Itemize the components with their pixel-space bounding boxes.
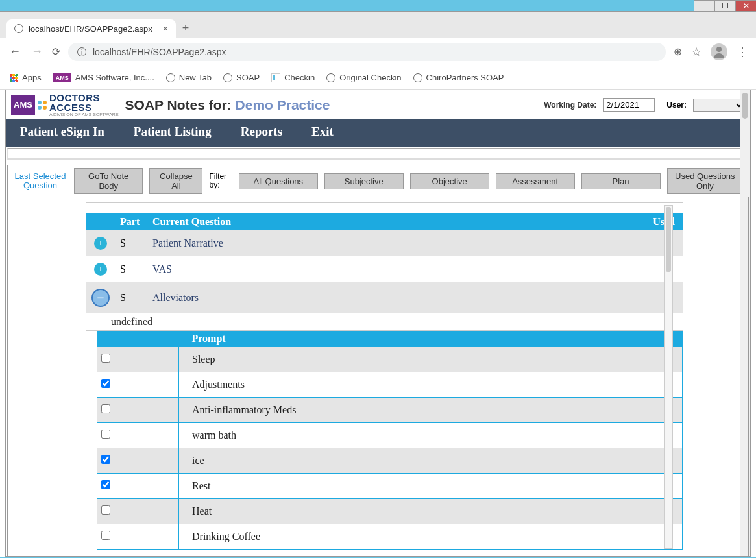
forward-button[interactable]: → — [30, 45, 44, 58]
globe-icon — [326, 73, 335, 82]
prompt-checkbox[interactable] — [101, 404, 110, 413]
col-current-question-header: Current Question — [147, 213, 531, 230]
user-label: User: — [666, 101, 687, 110]
collapse-icon[interactable]: − — [91, 289, 110, 307]
prompt-row: ice — [97, 448, 683, 474]
nav-reports[interactable]: Reports — [226, 119, 297, 147]
prompt-checkbox[interactable] — [101, 480, 110, 489]
bookmark-original-checkin[interactable]: Original Checkin — [326, 73, 401, 82]
prompt-checkbox[interactable] — [101, 354, 110, 363]
checkin-icon — [271, 73, 280, 82]
question-part: S — [115, 282, 147, 313]
nav-patient-listing[interactable]: Patient Listing — [119, 119, 226, 147]
question-row[interactable]: −SAlleviators — [86, 282, 683, 313]
bookmark-chiro[interactable]: ChiroPartners SOAP — [413, 73, 504, 82]
expand-icon[interactable]: + — [94, 263, 107, 276]
filter-all-questions-button[interactable]: All Questions — [239, 173, 318, 189]
questions-header-row: Part Current Question Used — [86, 213, 683, 230]
minimize-button[interactable]: — — [694, 0, 714, 12]
last-selected-question-link[interactable]: Last Selected Question — [13, 172, 67, 191]
col-prompt-header: Prompt — [188, 331, 683, 347]
prompt-row: Adjustments — [97, 372, 683, 398]
apps-button[interactable]: Apps — [9, 73, 42, 82]
menu-icon[interactable]: ⋮ — [737, 45, 748, 59]
reload-button[interactable]: ⟳ — [52, 45, 60, 58]
address-bar[interactable]: i localhost/EHR/SOAPPage2.aspx — [68, 43, 666, 61]
question-row[interactable]: +SPatient Narrative — [86, 230, 683, 256]
main-nav: Patient eSign In Patient Listing Reports… — [6, 119, 750, 147]
question-part: S — [115, 256, 147, 282]
question-text: Patient Narrative — [147, 230, 531, 256]
prompt-checkbox[interactable] — [101, 505, 110, 515]
undefined-label: undefined — [86, 313, 683, 331]
used-questions-only-button[interactable]: Used Questions Only — [667, 168, 744, 194]
user-select[interactable] — [693, 99, 745, 112]
prompt-label: Drinking Coffee — [188, 524, 683, 550]
apps-grid-icon — [9, 73, 18, 82]
working-date-input[interactable] — [603, 98, 655, 112]
divider-strip — [7, 148, 749, 160]
tab-close-icon[interactable]: × — [163, 23, 168, 34]
page-title: SOAP Notes for: Demo Practice — [125, 97, 330, 113]
content-scrollbar[interactable] — [664, 205, 673, 549]
filter-assessment-button[interactable]: Assessment — [496, 173, 575, 189]
logo-ams-badge: AMS — [11, 95, 35, 115]
ams-icon: AMS — [53, 73, 71, 82]
browser-tab[interactable]: localhost/EHR/SOAPPage2.aspx × — [6, 19, 176, 38]
bookmark-newtab[interactable]: New Tab — [166, 73, 212, 82]
goto-note-body-button[interactable]: GoTo Note Body — [74, 168, 143, 194]
browser-tab-strip: localhost/EHR/SOAPPage2.aspx × + — [0, 12, 756, 38]
question-part: S — [115, 230, 147, 256]
bookmark-ams[interactable]: AMSAMS Software, Inc.... — [53, 73, 154, 82]
prompt-label: Sleep — [188, 347, 683, 372]
back-button[interactable]: ← — [8, 45, 22, 58]
prompt-row: warm bath — [97, 423, 683, 448]
prompt-label: ice — [188, 448, 683, 474]
globe-icon — [14, 24, 23, 33]
new-tab-button[interactable]: + — [176, 19, 195, 38]
expand-icon[interactable]: + — [94, 237, 107, 250]
filter-plan-button[interactable]: Plan — [581, 173, 661, 189]
prompt-row: Anti-inflammatory Meds — [97, 398, 683, 423]
bookmark-soap[interactable]: SOAP — [223, 73, 260, 82]
col-used-header: Used — [531, 213, 683, 230]
col-part-header: Part — [115, 213, 147, 230]
globe-icon — [166, 73, 175, 82]
profile-icon[interactable] — [711, 43, 727, 60]
close-window-button[interactable]: ✕ — [735, 0, 756, 12]
bookmark-star-icon[interactable]: ☆ — [691, 45, 701, 59]
collapse-all-button[interactable]: Collapse All — [149, 168, 202, 194]
url-text: localhost/EHR/SOAPPage2.aspx — [93, 47, 226, 57]
nav-exit[interactable]: Exit — [297, 119, 348, 147]
maximize-button[interactable]: ☐ — [714, 0, 735, 12]
question-row[interactable]: +SVAS — [86, 256, 683, 282]
prompt-label: Heat — [188, 499, 683, 524]
question-text: Alleviators — [147, 282, 531, 313]
prompt-label: warm bath — [188, 423, 683, 448]
filter-subjective-button[interactable]: Subjective — [324, 173, 404, 189]
working-date-label: Working Date: — [544, 101, 596, 110]
prompt-label: Anti-inflammatory Meds — [188, 398, 683, 423]
prompt-checkbox[interactable] — [101, 379, 110, 388]
prompt-row: Rest — [97, 474, 683, 499]
prompt-checkbox[interactable] — [101, 455, 110, 464]
questions-table: Part Current Question Used +SPatient Nar… — [86, 213, 683, 550]
filter-objective-button[interactable]: Objective — [410, 173, 489, 189]
bookmark-checkin[interactable]: Checkin — [271, 73, 315, 82]
prompt-checkbox[interactable] — [101, 531, 110, 540]
prompt-label: Adjustments — [188, 372, 683, 398]
question-text: VAS — [147, 256, 531, 282]
prompt-checkbox[interactable] — [101, 430, 110, 439]
site-info-icon[interactable]: i — [77, 47, 86, 56]
bookmarks-bar: Apps AMSAMS Software, Inc.... New Tab SO… — [0, 66, 756, 90]
globe-icon — [413, 73, 422, 82]
logo: AMS DOCTORS ACCESS A DIVISION OF AMS SOF… — [11, 93, 119, 117]
nav-patient-esign[interactable]: Patient eSign In — [6, 119, 119, 147]
prompt-row: Heat — [97, 499, 683, 524]
zoom-icon[interactable]: ⊕ — [674, 45, 682, 58]
prompt-row: Drinking Coffee — [97, 524, 683, 550]
filter-by-label: Filter by: — [209, 173, 232, 189]
window-controls: — ☐ ✕ — [0, 0, 756, 12]
prompts-header-row: Prompt — [97, 331, 683, 347]
prompts-table: Prompt SleepAdjustmentsAnti-inflammatory… — [97, 331, 683, 550]
